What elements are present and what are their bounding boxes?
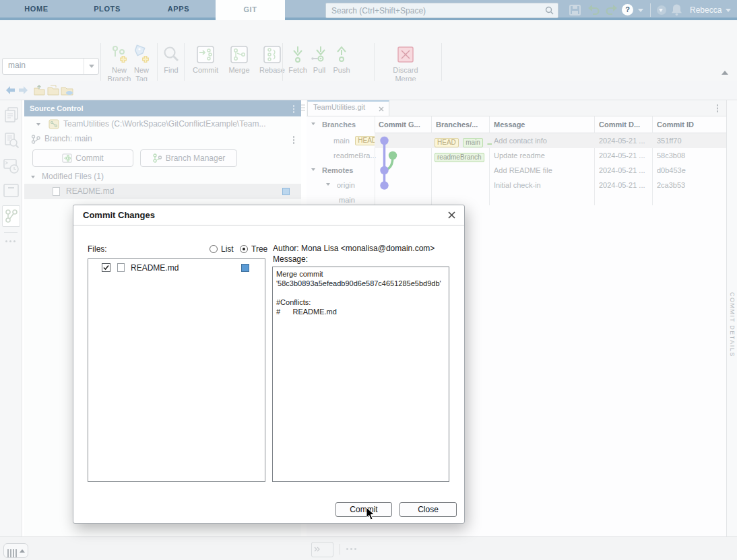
dialog-files-tree[interactable]: README.md — [88, 258, 265, 482]
address-bar: C: WorkSpace GitConflictExample TeamUtil… — [0, 81, 737, 100]
col-commit-date[interactable]: Commit D... — [595, 116, 652, 133]
branch-manager-button[interactable]: Branch Manager — [140, 149, 237, 167]
new-folder-icon[interactable] — [47, 85, 59, 96]
source-control-panel-icon[interactable] — [2, 205, 20, 227]
close-tab-icon[interactable] — [379, 106, 384, 112]
panel-title: Source Control — [30, 100, 83, 116]
pull-icon — [310, 44, 329, 65]
tab-teamutilities-git[interactable]: TeamUtilities.git — [307, 100, 389, 116]
dialog-titlebar[interactable]: Commit Changes — [73, 205, 464, 225]
find-button[interactable]: Find — [159, 44, 183, 75]
new-branch-icon — [109, 44, 129, 65]
current-branch-combo[interactable]: main — [2, 58, 99, 75]
close-dialog-icon[interactable] — [448, 211, 455, 219]
tab-home[interactable]: HOME — [12, 0, 61, 18]
col-commit-id[interactable]: Commit ID — [653, 116, 726, 133]
commit-icon — [62, 153, 72, 163]
dialog-commit-button[interactable]: Commit — [335, 502, 392, 517]
commit-date: 2024-05-21 ... — [595, 148, 652, 163]
statusbar-more-icon[interactable] — [346, 548, 348, 550]
workspace-panel-icon[interactable] — [3, 184, 19, 197]
panel-menu-icon[interactable] — [293, 105, 295, 107]
user-dropdown-icon[interactable] — [726, 9, 731, 12]
list-radio[interactable] — [210, 245, 218, 253]
history-panel-menu-icon[interactable] — [717, 104, 719, 106]
discard-merge-button[interactable]: Discard Merge — [386, 44, 425, 83]
chevron-down-icon[interactable] — [31, 176, 35, 178]
tree-branch-readme[interactable]: readmeBra... — [333, 148, 377, 163]
save-icon[interactable] — [569, 5, 581, 15]
tree-radio[interactable] — [240, 245, 248, 253]
files-panel-icon[interactable] — [3, 107, 19, 123]
panel-splitter[interactable] — [300, 103, 306, 114]
commit-button-ribbon[interactable]: Commit — [191, 44, 220, 75]
discard-merge-icon — [395, 44, 416, 65]
back-icon[interactable] — [5, 85, 15, 95]
repo-row[interactable]: TeamUtilities (C:\WorkSpace\GitConflictE… — [24, 116, 301, 132]
rebase-icon — [262, 44, 282, 65]
rebase-button-ribbon[interactable]: Rebase — [257, 44, 288, 75]
topbar-divider — [650, 3, 651, 17]
redo-icon[interactable] — [606, 5, 618, 15]
tree-origin[interactable]: origin — [337, 178, 355, 193]
panel-layout-button[interactable] — [3, 543, 28, 558]
fetch-button[interactable]: Fetch — [286, 44, 309, 75]
sidebar-more-icon[interactable] — [5, 240, 7, 242]
list-radio-label[interactable]: List — [221, 244, 234, 254]
tab-apps[interactable]: APPS — [154, 0, 203, 18]
file-search-panel-icon[interactable] — [3, 133, 20, 149]
tab-plots[interactable]: PLOTS — [82, 0, 132, 18]
commit-icon — [195, 44, 216, 65]
history-tabrow: TeamUtilities.git — [307, 100, 726, 116]
chevron-down-icon[interactable] — [311, 168, 315, 171]
chevron-down-icon[interactable] — [311, 123, 315, 125]
tab-git[interactable]: GIT — [216, 0, 285, 20]
col-branches[interactable]: Branches/... — [432, 116, 489, 133]
dialog-file-name[interactable]: README.md — [131, 263, 179, 273]
command-window-button[interactable] — [311, 542, 333, 557]
file-checkbox[interactable] — [102, 263, 110, 272]
new-tag-button[interactable]: New Tag — [128, 44, 155, 83]
commit-changes-dialog: Commit Changes Files: List Tree Author: … — [73, 205, 465, 524]
community-icon[interactable] — [657, 5, 666, 15]
pull-button[interactable]: Pull — [309, 44, 329, 75]
help-dropdown-icon[interactable] — [638, 9, 643, 12]
undo-icon[interactable] — [587, 5, 600, 15]
chevron-down-icon[interactable] — [326, 183, 330, 186]
conflict-marker-icon[interactable] — [282, 188, 290, 195]
tree-radio-label[interactable]: Tree — [251, 244, 267, 254]
cloud-folder-icon[interactable] — [61, 85, 73, 96]
push-button[interactable]: Push — [331, 44, 352, 75]
tree-remotes[interactable]: Remotes — [322, 163, 353, 178]
modified-file-row[interactable]: README.md — [24, 184, 301, 199]
file-icon — [53, 187, 60, 196]
search-input[interactable] — [330, 4, 542, 17]
tree-branch-main[interactable]: main HEAD — [333, 133, 375, 148]
author-line: Author: Mona Lisa <monalisa@domain.com> — [273, 244, 435, 253]
sc-commit-button[interactable]: Commit — [32, 149, 133, 167]
branch-menu-icon[interactable] — [293, 136, 295, 138]
commit-details-strip[interactable]: COMMIT DETAILS — [726, 100, 737, 537]
merge-button-ribbon[interactable]: Merge — [224, 44, 255, 75]
help-icon[interactable]: ? — [622, 4, 633, 15]
dialog-title: Commit Changes — [83, 205, 155, 225]
history-table-header: Commit G... Branches/... Message Commit … — [375, 116, 726, 133]
modified-files-row[interactable]: Modified Files (1) — [24, 170, 301, 184]
commit-id: 2ca3b53 — [653, 178, 726, 193]
dialog-close-button[interactable]: Close — [399, 502, 457, 517]
collapse-ribbon-icon[interactable] — [722, 71, 728, 75]
tree-branches[interactable]: Branches — [322, 117, 356, 132]
notifications-bell-icon[interactable] — [671, 3, 682, 16]
commit-message-textarea[interactable]: Merge commit '58c3b0893a5efeadb90d6e587c… — [272, 267, 449, 482]
col-commit-graph[interactable]: Commit G... — [375, 116, 431, 133]
col-message[interactable]: Message — [490, 116, 594, 133]
up-folder-icon[interactable] — [34, 85, 45, 96]
user-menu[interactable]: Rebecca — [690, 0, 722, 20]
command-history-panel-icon[interactable] — [3, 158, 20, 174]
commit-details-label: COMMIT DETAILS — [729, 292, 736, 357]
chevron-down-icon[interactable] — [36, 123, 40, 126]
branch-row[interactable]: Branch: main — [24, 132, 301, 147]
forward-icon[interactable] — [18, 85, 28, 95]
message-label: Message: — [273, 254, 308, 264]
conflict-marker-icon[interactable] — [241, 264, 249, 272]
